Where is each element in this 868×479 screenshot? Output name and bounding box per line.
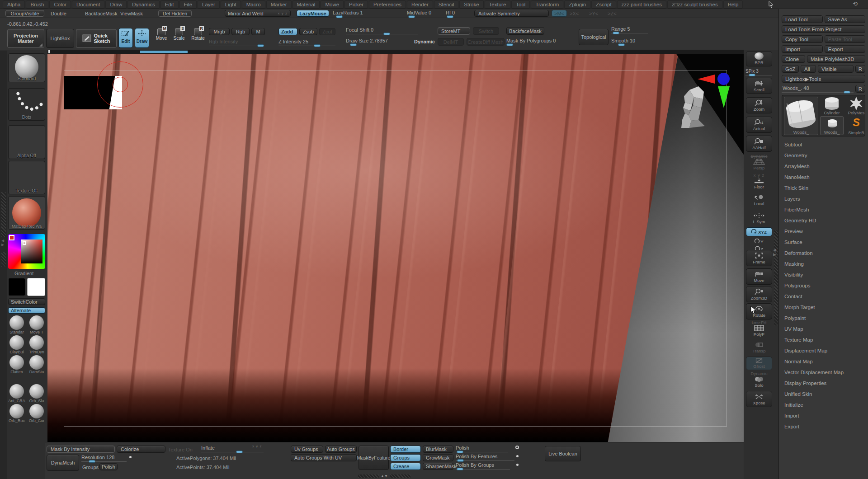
actual-button[interactable]: x1 Actual [746,117,772,133]
tool-panel-section[interactable]: Masking [779,258,868,269]
blurmask-button[interactable]: BlurMask [423,446,453,453]
xyz-button[interactable]: XYZ [746,227,772,236]
tool-panel-section[interactable]: NanoMesh [779,172,868,183]
menu-item[interactable]: Dynamics [127,0,159,9]
switch-button[interactable]: Switch [473,27,499,35]
menu-item[interactable]: Movie [321,0,344,9]
axis-y-icon[interactable] [718,86,730,108]
menu-item[interactable]: Edit [160,0,179,9]
mask-by-intensity-button[interactable]: Mask By Intensity [47,446,115,453]
menu-item[interactable]: zzz paint brushes [617,0,667,9]
dynamesh-polish-button[interactable]: Polish [99,463,118,470]
tool-panel-section[interactable]: Layers [779,193,868,204]
tool-panel-section[interactable]: Geometry HD [779,215,868,226]
menu-item[interactable]: File [179,0,197,9]
tool-panel-section[interactable]: Import [779,410,868,421]
quick-brush[interactable]: TrimDyn [28,335,45,354]
lazymouse-button[interactable]: LazyMouse [297,10,329,17]
texture-on-button[interactable]: Texture On [168,447,193,452]
menu-item[interactable]: Render [407,0,433,9]
tool-r-button[interactable]: R [855,85,865,93]
range-slider[interactable]: Range 5 [611,26,648,33]
export-button[interactable]: Export [825,45,866,53]
menu-item[interactable]: Picker [344,0,368,9]
tool-panel-section[interactable]: Thick Skin [779,183,868,193]
timeline-strip[interactable] [47,50,744,54]
colorize-button[interactable]: Colorize [117,446,165,453]
paste-tool-button[interactable]: Paste Tool [825,35,866,43]
tool-panel-section[interactable]: Contact [779,291,868,302]
zoom-button[interactable]: Zoom [746,97,772,113]
groups-toggle[interactable]: Groups [390,454,421,461]
bpr-button[interactable]: BPR [746,51,772,66]
smooth-slider[interactable]: Smooth 10 [611,38,650,45]
tool-panel-section[interactable]: ArrayMesh [779,161,868,172]
session-refresh-icon[interactable]: ⟲ [853,0,858,7]
sculpt-viewport[interactable] [47,54,744,442]
menu-item[interactable]: Material [292,0,320,9]
tool-panel-section[interactable]: Geometry [779,150,868,161]
zadd-button[interactable]: Zadd [278,28,297,35]
save-as-button[interactable]: Save As [825,15,866,23]
activate-symmetry-button[interactable]: Activate Symmetry [474,10,549,17]
symmetry-z-button[interactable]: >Z< [608,11,617,16]
focal-shift-slider[interactable]: Focal Shift 0 [346,27,418,34]
menu-item[interactable]: Preferences [369,0,406,9]
tool-panel-section[interactable]: Export [779,421,868,432]
goz-r-button[interactable]: R [855,65,865,73]
secondary-color-swatch[interactable] [27,278,45,296]
tool-panel-section[interactable]: Surface [779,237,868,248]
spix-slider[interactable]: SPix 3 [745,69,772,75]
auto-groups-button[interactable]: Auto Groups [325,446,357,453]
draw-size-slider[interactable]: Draw Size 2.78357 [346,38,411,45]
goz-button[interactable]: GoZ [782,65,799,73]
del-hidden-button[interactable]: Del Hidden [158,10,192,17]
panel-resize-handle[interactable]: ▲▼ [358,474,410,478]
ghost-button[interactable]: Ghost [746,357,772,370]
menu-item[interactable]: Marker [266,0,292,9]
clone-button[interactable]: Clone [782,55,805,63]
crease-toggle[interactable]: Crease [390,463,421,470]
viewmask-button[interactable]: ViewMask [120,11,143,16]
menu-item[interactable]: Color [49,0,71,9]
brush-selector[interactable]: Standard [8,53,45,82]
gradient-toggle[interactable]: Gradient [14,271,33,276]
tool-panel-section[interactable]: FiberMesh [779,204,868,215]
menu-item[interactable]: Alpha [3,0,25,9]
quick-sketch-button[interactable]: Quick Sketch [76,29,117,48]
visible-button[interactable]: Visible [818,65,854,73]
tool-panel-section[interactable]: Visibility [779,269,868,280]
import-button[interactable]: Import [782,45,823,53]
tool-panel-section[interactable]: Polypaint [779,313,868,324]
lsym-button[interactable]: L.Sym [746,211,772,226]
tool-panel-section[interactable]: Deformation [779,248,868,258]
mrgb-button[interactable]: Mrgb [209,28,230,35]
polish-mode-ring[interactable] [515,446,519,449]
symmetry-m-button[interactable]: >M< [552,10,567,17]
tool-panel-section[interactable]: Displacement Map [779,345,868,356]
dynamesh-button[interactable]: DynaMesh [47,455,79,471]
lightbox-tools-button[interactable]: Lightbox▶Tools [782,75,865,83]
color-picker[interactable] [8,234,45,269]
projection-master-button[interactable]: Projection Master [7,29,44,48]
tool-panel-section[interactable]: Vector Displacement Map [779,367,868,378]
tool-thumb-simplebrush[interactable]: S SimpleB [844,116,868,135]
menu-item[interactable]: Macro [242,0,265,9]
shelf-scrollbar[interactable] [774,230,778,325]
menu-item[interactable]: Draw [105,0,127,9]
double-button[interactable]: Double [51,11,66,16]
symmetry-x-button[interactable]: >X< [570,11,579,16]
dynamesh-groups-button[interactable]: Groups [82,465,99,470]
quick-brush[interactable]: Ant_CRA [8,384,25,403]
left-scrollbar-2[interactable] [1,252,6,267]
axis-x-icon[interactable] [698,75,715,84]
live-boolean-button[interactable]: Live Boolean [545,446,581,461]
active-tool-thumbnail[interactable]: Woods_ [784,97,818,135]
copy-tool-button[interactable]: Copy Tool [782,35,823,43]
menu-item[interactable]: Tool [511,0,530,9]
topological-button[interactable]: Topological [579,29,609,45]
sharpenmask-button[interactable]: SharpenMask [423,463,453,470]
local-button[interactable]: Local [746,193,772,208]
mirror-and-weld-button[interactable]: Mirror And Weld x y z [225,10,291,17]
zsub-button[interactable]: Zsub [299,28,317,35]
